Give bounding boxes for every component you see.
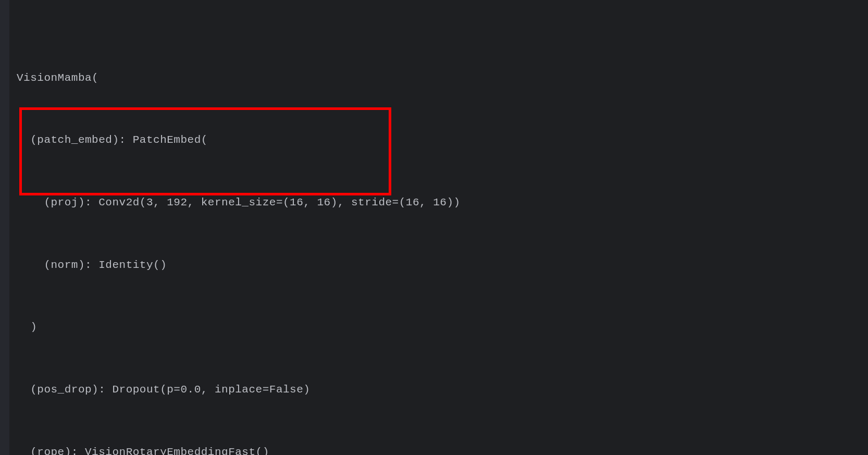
code-line[interactable]: (pos_drop): Dropout(p=0.0, inplace=False… bbox=[17, 379, 868, 400]
code-line[interactable]: (norm): Identity() bbox=[17, 255, 868, 276]
code-editor[interactable]: VisionMamba( (patch_embed): PatchEmbed( … bbox=[0, 0, 868, 455]
code-line[interactable]: (rope): VisionRotaryEmbeddingFast() bbox=[17, 442, 868, 455]
code-line[interactable]: (patch_embed): PatchEmbed( bbox=[17, 130, 868, 151]
code-line[interactable]: ) bbox=[17, 317, 868, 338]
annotation-highlight-box bbox=[19, 107, 391, 195]
code-line[interactable]: VisionMamba( bbox=[17, 68, 868, 89]
code-line[interactable]: (proj): Conv2d(3, 192, kernel_size=(16, … bbox=[17, 192, 868, 213]
